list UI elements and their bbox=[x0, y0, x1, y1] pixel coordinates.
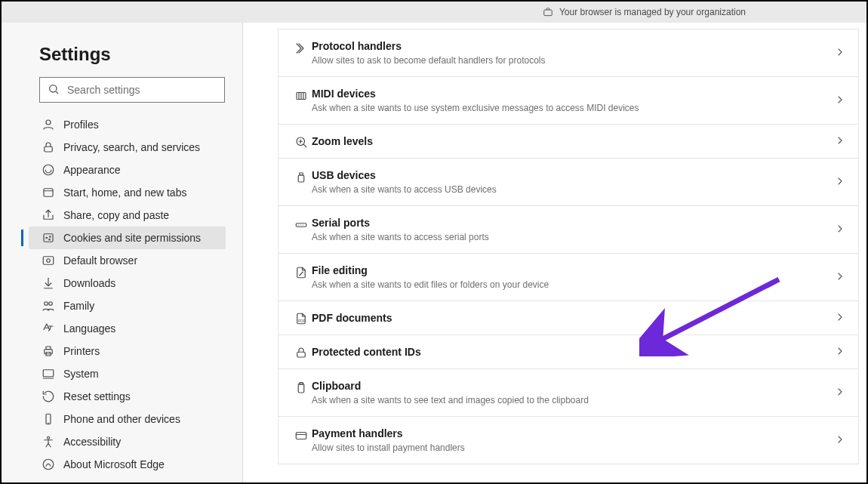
permission-row-payment[interactable]: Payment handlersAllow sites to install p… bbox=[279, 416, 858, 464]
sidebar-item-reset[interactable]: Reset settings bbox=[29, 385, 226, 408]
search-input[interactable] bbox=[67, 84, 217, 96]
settings-heading: Settings bbox=[39, 44, 226, 65]
sidebar-item-appearance[interactable]: Appearance bbox=[29, 159, 226, 181]
sidebar-item-label: Start, home, and new tabs bbox=[63, 187, 186, 199]
profiles-icon bbox=[39, 118, 57, 131]
payment-icon bbox=[291, 429, 312, 442]
start-icon bbox=[39, 186, 57, 199]
svg-point-3 bbox=[46, 120, 51, 125]
permission-row-fileedit[interactable]: File editingAsk when a site wants to edi… bbox=[279, 253, 858, 301]
permission-row-protected[interactable]: Protected content IDs bbox=[279, 334, 858, 368]
sidebar-item-label: About Microsoft Edge bbox=[63, 458, 165, 470]
svg-point-1 bbox=[50, 85, 57, 91]
permission-title: Protocol handlers bbox=[312, 40, 828, 52]
default-icon bbox=[39, 254, 57, 267]
permission-row-pdf[interactable]: PDFPDF documents bbox=[279, 301, 858, 334]
sidebar-item-languages[interactable]: Languages bbox=[29, 317, 226, 340]
chevron-right-icon bbox=[834, 46, 846, 60]
permission-row-zoom[interactable]: Zoom levels bbox=[279, 124, 858, 158]
settings-sidebar: Settings ProfilesPrivacy, search, and se… bbox=[2, 23, 243, 482]
svg-point-13 bbox=[47, 259, 51, 263]
main-panel: Protocol handlersAllow sites to ask to b… bbox=[243, 23, 866, 482]
chevron-right-icon bbox=[834, 94, 846, 108]
appearance-icon bbox=[39, 163, 57, 177]
chevron-right-icon bbox=[834, 223, 846, 237]
serial-icon bbox=[291, 218, 312, 232]
phone-icon bbox=[39, 412, 57, 426]
sidebar-item-label: Share, copy and paste bbox=[63, 209, 169, 221]
permission-row-clipboard[interactable]: ClipboardAsk when a site wants to see te… bbox=[279, 368, 858, 416]
accessibility-icon bbox=[39, 435, 57, 449]
svg-rect-19 bbox=[46, 347, 51, 350]
svg-rect-0 bbox=[544, 10, 553, 16]
svg-line-2 bbox=[56, 91, 58, 94]
chevron-right-icon bbox=[834, 134, 846, 149]
permission-row-usb[interactable]: USB devicesAsk when a site wants to acce… bbox=[279, 158, 858, 205]
svg-rect-36 bbox=[300, 173, 303, 175]
svg-point-15 bbox=[45, 302, 48, 306]
sidebar-item-system[interactable]: System bbox=[29, 362, 226, 385]
svg-point-11 bbox=[50, 236, 51, 238]
permission-title: USB devices bbox=[312, 169, 828, 181]
clipboard-icon bbox=[291, 381, 312, 395]
sidebar-item-label: Default browser bbox=[63, 254, 137, 267]
permission-desc: Ask when a site wants to edit files or f… bbox=[312, 279, 828, 290]
permission-desc: Ask when a site wants to use system excl… bbox=[312, 103, 828, 113]
cookies-icon bbox=[39, 231, 57, 245]
permission-rows: Protocol handlersAllow sites to ask to b… bbox=[278, 29, 859, 464]
sidebar-item-downloads[interactable]: Downloads bbox=[29, 272, 226, 294]
sidebar-item-label: Reset settings bbox=[63, 390, 131, 402]
sidebar-item-privacy[interactable]: Privacy, search, and services bbox=[29, 136, 226, 159]
permission-desc: Allow sites to ask to become default han… bbox=[312, 55, 828, 66]
printers-icon bbox=[39, 344, 57, 358]
chevron-right-icon bbox=[834, 270, 846, 285]
svg-rect-8 bbox=[44, 234, 53, 242]
sidebar-item-profiles[interactable]: Profiles bbox=[29, 113, 226, 136]
permission-title: Protected content IDs bbox=[312, 346, 828, 358]
sidebar-item-label: Cookies and site permissions bbox=[63, 232, 201, 244]
downloads-icon bbox=[39, 276, 57, 290]
pdf-icon: PDF bbox=[291, 312, 312, 325]
sidebar-item-label: Privacy, search, and services bbox=[63, 141, 200, 153]
sidebar-item-phone[interactable]: Phone and other devices bbox=[29, 408, 226, 430]
reset-icon bbox=[39, 390, 57, 403]
permission-title: MIDI devices bbox=[312, 88, 828, 100]
permission-row-midi[interactable]: MIDI devicesAsk when a site wants to use… bbox=[279, 76, 858, 124]
svg-rect-4 bbox=[45, 146, 53, 152]
sidebar-item-start[interactable]: Start, home, and new tabs bbox=[29, 181, 226, 204]
search-settings-box[interactable] bbox=[39, 77, 225, 103]
chevron-right-icon bbox=[834, 345, 846, 359]
sidebar-item-label: Family bbox=[63, 300, 94, 312]
sidebar-item-family[interactable]: Family bbox=[29, 294, 226, 317]
svg-point-25 bbox=[48, 436, 50, 439]
permission-row-serial[interactable]: Serial portsAsk when a site wants to acc… bbox=[279, 205, 858, 253]
svg-point-9 bbox=[46, 237, 48, 239]
sidebar-item-about[interactable]: About Microsoft Edge bbox=[29, 453, 226, 476]
family-icon bbox=[39, 299, 57, 313]
chevron-right-icon bbox=[834, 311, 846, 325]
system-icon bbox=[39, 367, 57, 381]
protected-icon bbox=[291, 346, 312, 359]
sidebar-item-share[interactable]: Share, copy and paste bbox=[29, 204, 226, 227]
sidebar-item-cookies[interactable]: Cookies and site permissions bbox=[29, 227, 226, 249]
managed-text: Your browser is managed by your organiza… bbox=[559, 7, 746, 17]
chevron-right-icon bbox=[834, 433, 846, 448]
svg-rect-12 bbox=[43, 257, 54, 265]
permission-desc: Ask when a site wants to access serial p… bbox=[312, 232, 828, 242]
briefcase-icon bbox=[543, 7, 553, 17]
svg-point-16 bbox=[49, 302, 53, 306]
usb-icon bbox=[291, 171, 312, 184]
permission-row-protocol[interactable]: Protocol handlersAllow sites to ask to b… bbox=[279, 29, 858, 76]
svg-rect-42 bbox=[297, 352, 306, 357]
svg-rect-18 bbox=[45, 350, 53, 354]
sidebar-item-label: Profiles bbox=[63, 119, 99, 131]
managed-by-org-banner: Your browser is managed by your organiza… bbox=[2, 2, 866, 23]
sidebar-item-accessibility[interactable]: Accessibility bbox=[29, 430, 226, 453]
midi-icon bbox=[291, 89, 312, 103]
permission-title: Clipboard bbox=[312, 380, 828, 392]
sidebar-item-default[interactable]: Default browser bbox=[29, 249, 226, 272]
permission-title: File editing bbox=[312, 264, 828, 276]
sidebar-item-printers[interactable]: Printers bbox=[29, 340, 226, 362]
svg-text:PDF: PDF bbox=[298, 319, 305, 323]
svg-point-5 bbox=[43, 165, 54, 175]
